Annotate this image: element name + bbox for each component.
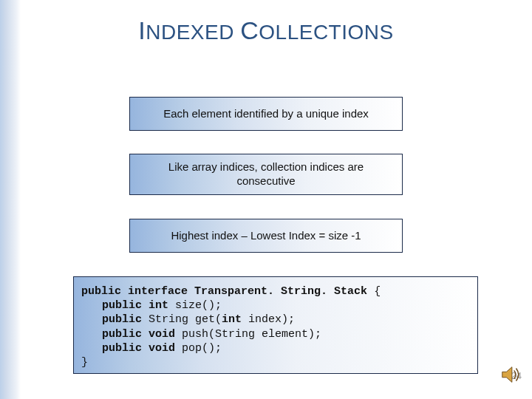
speaker-icon [499,364,522,386]
kw-interface: interface [128,285,188,298]
code-line-4: public void pop(); [81,341,222,355]
class-name: Transparent. String. Stack [194,285,367,298]
title-space [234,21,240,44]
kw-public-1: public [102,299,142,312]
code-line-2: public String get(int index); [81,313,295,327]
kw-public-3: public [102,328,142,341]
code-box: public interface Transparent. String. St… [73,276,478,374]
kw-int-2: int [222,313,242,326]
code-line-1: public int size(); [81,299,222,313]
kw-int-1: int [149,299,168,312]
slide: INDEXED COLLECTIONS Each element identif… [0,0,532,399]
title-word-2: OLLECTIONS [259,21,393,44]
m2-rest: index); [242,313,295,326]
ret-string-2: String [149,313,188,326]
info-box-2-text: Like array indices, collection indices a… [140,160,392,188]
info-box-3: Highest index – Lowest Index = size -1 [129,219,403,253]
code-line-3: public void push(String element); [81,327,321,341]
info-box-1-text: Each element identified by a unique inde… [163,107,369,121]
svg-marker-0 [502,367,512,383]
kw-public-0: public [81,285,121,298]
info-box-2: Like array indices, collection indices a… [129,154,403,195]
info-box-3-text: Highest index – Lowest Index = size -1 [171,229,361,243]
kw-public-4: public [102,342,142,355]
m3-rest: element); [255,328,321,341]
arg-string-3: String [215,328,255,341]
left-accent-bar [0,0,21,399]
title-cap-1: I [138,16,146,44]
slide-title: INDEXED COLLECTIONS [0,16,532,45]
kw-void-3: void [149,328,175,341]
brace-close: } [81,356,88,369]
m3-name: push( [182,328,215,341]
info-box-1: Each element identified by a unique inde… [129,97,403,131]
kw-public-2: public [102,313,142,326]
title-cap-2: C [240,16,259,44]
m2-name: get( [195,313,222,326]
m1: size(); [175,299,222,312]
brace-open: { [374,285,381,298]
kw-void-4: void [149,342,175,355]
title-word-1: NDEXED [146,21,234,44]
m4: pop(); [182,342,222,355]
